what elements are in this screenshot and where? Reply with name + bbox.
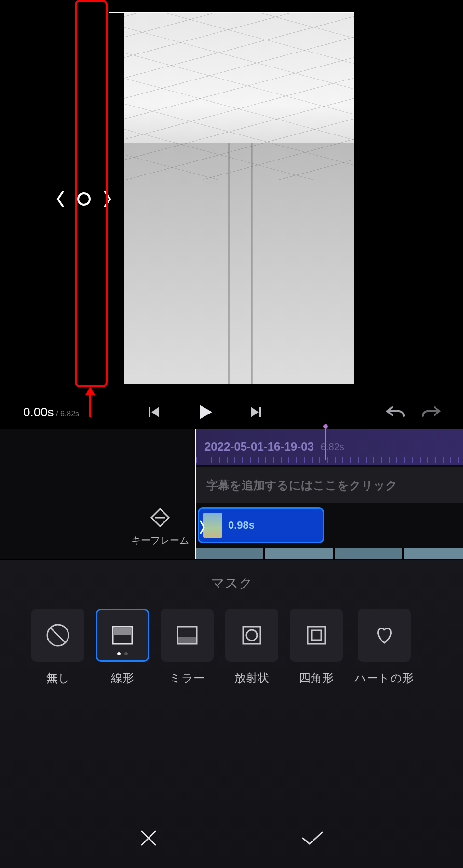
transport-controls [147,402,263,422]
timeline-marker-icon[interactable] [323,424,328,429]
timeline-ticks [196,457,463,463]
keyframe-button[interactable]: キーフレーム [131,506,189,547]
mask-mirror-icon [161,609,214,662]
clip-duration: 0.98s [228,519,255,532]
mask-handle-left-icon[interactable] [55,190,65,208]
svg-line-4 [51,628,65,642]
next-button[interactable] [249,405,263,419]
svg-rect-11 [308,627,325,644]
mask-linear-icon [96,609,149,662]
play-button[interactable] [195,402,215,422]
mask-option-mirror[interactable]: ミラー [161,609,214,686]
mask-none-icon [31,609,84,662]
preview-image [124,13,354,384]
svg-rect-1 [259,407,261,417]
mask-label: 線形 [111,670,134,686]
svg-point-10 [246,630,257,641]
mask-option-radial[interactable]: 放射状 [225,609,278,686]
project-info-track[interactable]: 2022-05-01-16-19-03 6.82s [196,429,463,465]
redo-button[interactable] [420,403,441,421]
preview-area [0,0,463,395]
annotation-highlight-box [75,0,108,387]
caption-hint: 字幕を追加するにはここをクリック [206,478,397,493]
mask-radial-icon [225,609,278,662]
mask-option-none[interactable]: 無し [31,609,84,686]
selected-clip[interactable]: 0.98s [198,507,324,543]
keyframe-label: キーフレーム [131,534,189,547]
mask-option-linear[interactable]: 線形 [96,609,149,686]
mask-panel: マスク 無し 線形 ミラー 放射状 [0,560,463,868]
annotation-arrow-icon [89,388,91,417]
time-row: 0.00s / 6.82s [0,395,463,429]
svg-rect-8 [178,637,196,643]
svg-rect-0 [149,407,150,417]
clip-track[interactable]: 0.98s [196,506,463,545]
undo-redo [385,403,441,421]
mask-label: 四角形 [299,670,334,686]
mask-label: ハートの形 [354,670,414,686]
confirm-button[interactable] [300,828,325,849]
mask-option-heart[interactable]: ハートの形 [354,609,414,686]
mask-panel-title: マスク [0,560,463,609]
svg-rect-9 [243,627,260,644]
mask-label: 無し [46,670,70,686]
svg-rect-6 [114,628,131,635]
project-clip-duration: 6.82s [321,441,344,453]
prev-button[interactable] [147,405,161,419]
mask-option-rect[interactable]: 四角形 [290,609,343,686]
mask-rect-icon [290,609,343,662]
preview-frame[interactable] [109,12,354,383]
svg-rect-12 [312,630,321,640]
confirm-row [0,828,463,849]
undo-button[interactable] [385,403,407,421]
cancel-button[interactable] [138,828,159,849]
project-clip-name: 2022-05-01-16-19-03 [204,440,314,454]
mask-options[interactable]: 無し 線形 ミラー 放射状 四角形 [0,609,463,686]
timeline[interactable]: 2022-05-01-16-19-03 6.82s 字幕を追加するにはここをクリ… [0,429,463,559]
clip-thumbnail [203,513,222,538]
media-thumbnail-strip[interactable] [196,548,463,559]
caption-track[interactable]: 字幕を追加するにはここをクリック [196,467,463,503]
mask-label: ミラー [169,670,205,686]
current-time: 0.00s / 6.82s [23,405,79,420]
keyframe-icon [149,506,172,529]
mask-heart-icon [358,609,411,662]
clip-trim-handle-icon[interactable] [198,519,206,536]
mask-label: 放射状 [234,670,269,686]
playhead[interactable] [195,429,196,559]
